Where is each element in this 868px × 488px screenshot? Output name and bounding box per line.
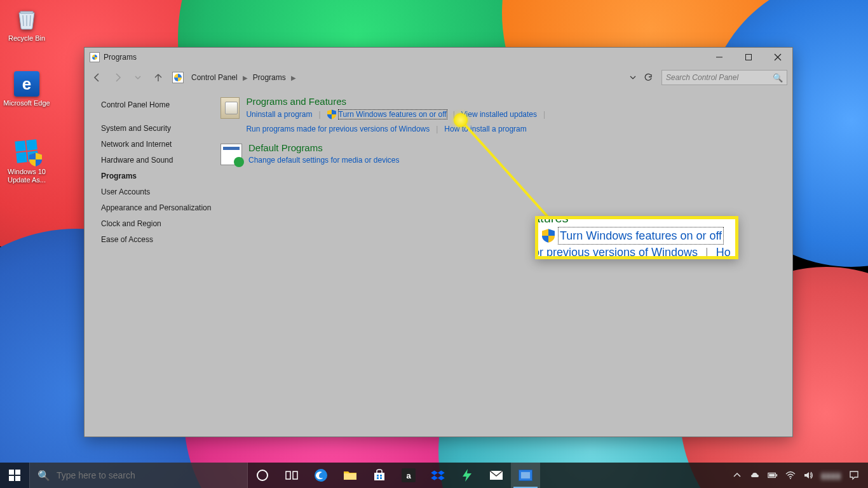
window-title: Programs bbox=[104, 53, 137, 62]
link-uninstall-program[interactable]: Uninstall a program bbox=[246, 110, 312, 119]
svg-rect-7 bbox=[293, 471, 297, 479]
search-icon: 🔍 bbox=[37, 470, 50, 482]
edge-icon: e bbox=[14, 71, 39, 97]
svg-rect-11 bbox=[380, 475, 382, 477]
sidebar-item-clock-region[interactable]: Clock and Region bbox=[101, 216, 212, 232]
uac-shield-icon bbox=[327, 109, 336, 119]
taskbar-app-dropbox[interactable] bbox=[423, 463, 452, 488]
mail-icon bbox=[489, 468, 504, 483]
programs-features-icon bbox=[220, 97, 240, 119]
cortana-button[interactable] bbox=[248, 463, 277, 488]
sidebar-item-programs[interactable]: Programs bbox=[101, 168, 212, 184]
control-panel-icon bbox=[518, 468, 533, 483]
edge-icon bbox=[313, 468, 329, 483]
chevron-right-icon: ▶ bbox=[243, 74, 248, 81]
svg-rect-12 bbox=[377, 477, 379, 479]
onedrive-icon[interactable] bbox=[750, 470, 760, 480]
action-center-button[interactable] bbox=[849, 470, 859, 480]
minimize-button[interactable] bbox=[705, 48, 734, 67]
sidebar-item-user-accounts[interactable]: User Accounts bbox=[101, 184, 212, 200]
amazon-icon: a bbox=[401, 468, 416, 483]
sidebar-item-ease-of-access[interactable]: Ease of Access bbox=[101, 232, 212, 248]
desktop-icon-label: Recycle Bin bbox=[3, 34, 51, 43]
taskbar-app-edge[interactable] bbox=[306, 463, 336, 488]
taskbar-app-control-panel[interactable] bbox=[511, 463, 540, 488]
section-programs-features: Programs and Features Uninstall a progra… bbox=[220, 96, 767, 133]
system-tray: ▮▮▮▮ bbox=[723, 463, 868, 488]
svg-rect-1 bbox=[746, 55, 752, 60]
section-heading[interactable]: Default Programs bbox=[248, 142, 399, 153]
taskbar-search[interactable]: 🔍 bbox=[29, 463, 248, 488]
lightning-icon bbox=[459, 468, 475, 483]
taskbar: 🔍 a ▮▮▮▮ bbox=[0, 463, 868, 488]
wifi-icon[interactable] bbox=[785, 470, 796, 480]
breadcrumb[interactable]: Control Panel ▶ Programs ▶ bbox=[189, 73, 296, 82]
windows-logo-icon bbox=[9, 470, 20, 481]
breadcrumb-current[interactable]: Programs bbox=[253, 73, 286, 82]
callout-main-text: Turn Windows features on or off bbox=[559, 227, 723, 244]
volume-icon[interactable] bbox=[803, 470, 813, 480]
desktop-icon-recycle-bin[interactable]: Recycle Bin bbox=[3, 4, 51, 43]
taskbar-app-file-explorer[interactable] bbox=[336, 463, 365, 488]
svg-rect-13 bbox=[380, 477, 382, 479]
section-default-programs: Default Programs Change default settings… bbox=[220, 142, 767, 165]
forward-button[interactable] bbox=[109, 69, 126, 86]
svg-rect-16 bbox=[776, 474, 777, 477]
address-dropdown-button[interactable] bbox=[626, 71, 640, 85]
sidebar: Control Panel Home System and Security N… bbox=[85, 88, 217, 437]
battery-icon[interactable] bbox=[768, 470, 778, 480]
task-view-button[interactable] bbox=[277, 463, 306, 488]
cortana-icon bbox=[255, 468, 270, 483]
windows-update-icon bbox=[13, 137, 41, 165]
svg-rect-17 bbox=[769, 474, 775, 477]
close-button[interactable] bbox=[763, 48, 792, 67]
recycle-bin-icon bbox=[13, 4, 41, 32]
taskbar-app-store[interactable] bbox=[365, 463, 394, 488]
folder-icon bbox=[342, 468, 358, 483]
link-change-defaults[interactable]: Change default settings for media or dev… bbox=[248, 156, 399, 165]
search-input[interactable] bbox=[666, 73, 773, 82]
sidebar-item-hardware-sound[interactable]: Hardware and Sound bbox=[101, 152, 212, 168]
taskbar-app-amazon[interactable]: a bbox=[394, 463, 423, 488]
search-box[interactable]: 🔍 bbox=[661, 70, 787, 85]
desktop-icon-windows-update-assistant[interactable]: Windows 10 Update As... bbox=[3, 137, 51, 184]
svg-point-5 bbox=[257, 470, 268, 480]
location-icon bbox=[172, 72, 184, 83]
svg-rect-6 bbox=[286, 471, 290, 479]
search-icon[interactable]: 🔍 bbox=[773, 73, 783, 83]
section-heading[interactable]: Programs and Features bbox=[246, 96, 767, 107]
dropbox-icon bbox=[430, 468, 445, 483]
desktop-icon-label: Microsoft Edge bbox=[3, 99, 51, 107]
recent-locations-button[interactable] bbox=[129, 69, 147, 86]
sidebar-home[interactable]: Control Panel Home bbox=[101, 97, 212, 113]
maximize-button[interactable] bbox=[734, 48, 763, 67]
taskbar-app-mail[interactable] bbox=[482, 463, 511, 488]
annotation-dot bbox=[454, 113, 468, 127]
svg-rect-10 bbox=[377, 475, 379, 477]
sidebar-item-network-internet[interactable]: Network and Internet bbox=[101, 137, 212, 152]
desktop-icon-edge[interactable]: e Microsoft Edge bbox=[3, 71, 51, 107]
titlebar[interactable]: Programs bbox=[85, 48, 792, 67]
refresh-button[interactable] bbox=[641, 71, 655, 85]
back-button[interactable] bbox=[88, 69, 106, 86]
tray-overflow-button[interactable] bbox=[732, 470, 742, 480]
start-button[interactable] bbox=[0, 463, 29, 488]
sidebar-item-appearance[interactable]: Appearance and Personalization bbox=[101, 200, 212, 216]
link-turn-windows-features[interactable]: Turn Windows features on or off bbox=[339, 110, 447, 119]
default-programs-icon bbox=[220, 144, 242, 165]
sidebar-item-system-security[interactable]: System and Security bbox=[101, 121, 212, 137]
main-panel: Programs and Features Uninstall a progra… bbox=[217, 88, 792, 437]
task-view-icon bbox=[284, 468, 299, 483]
tray-clock[interactable]: ▮▮▮▮ bbox=[821, 471, 841, 480]
desktop-icon-label: Windows 10 Update As... bbox=[3, 168, 51, 184]
taskbar-search-input[interactable] bbox=[57, 470, 222, 480]
up-button[interactable] bbox=[149, 69, 167, 86]
breadcrumb-root[interactable]: Control Panel bbox=[191, 73, 238, 82]
taskbar-app-lightning[interactable] bbox=[452, 463, 482, 488]
svg-point-18 bbox=[790, 478, 791, 479]
link-view-installed-updates[interactable]: View installed updates bbox=[461, 110, 537, 119]
uac-shield-icon bbox=[542, 229, 555, 243]
svg-rect-9 bbox=[344, 473, 356, 480]
address-bar: Control Panel ▶ Programs ▶ 🔍 bbox=[85, 67, 792, 88]
link-run-compat[interactable]: Run programs made for previous versions … bbox=[246, 125, 430, 133]
